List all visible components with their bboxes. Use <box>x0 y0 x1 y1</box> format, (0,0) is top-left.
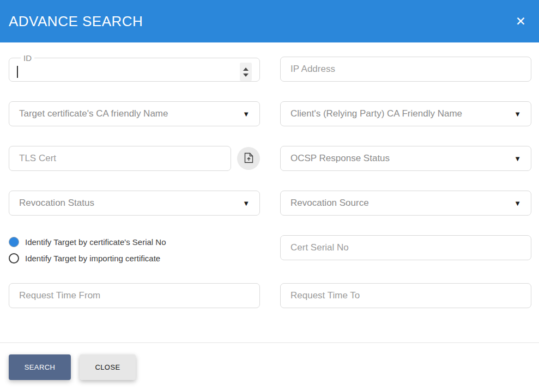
radio-selected-icon[interactable] <box>9 237 19 247</box>
tls-cert-input[interactable] <box>9 146 231 171</box>
id-field-label: ID <box>21 53 34 63</box>
spinner-down-icon[interactable] <box>243 74 249 77</box>
chevron-down-icon: ▼ <box>243 110 250 118</box>
client-ca-select-value: Client's (Relying Party) CA Friendly Nam… <box>290 108 462 119</box>
client-ca-select[interactable]: Client's (Relying Party) CA Friendly Nam… <box>280 101 531 126</box>
search-form: ID Target certificate's CA friendly Name… <box>0 42 539 308</box>
radio-unselected-icon[interactable] <box>9 253 19 264</box>
cert-serial-input[interactable] <box>280 235 531 260</box>
identify-target-radio-group: Identify Target by certificate's Serial … <box>9 235 260 264</box>
radio-label: Identify Target by importing certificate <box>25 254 160 263</box>
ip-address-input[interactable] <box>280 57 531 82</box>
spinner-up-icon[interactable] <box>243 68 249 71</box>
revocation-status-select-value: Revocation Status <box>19 198 94 209</box>
modal-header: ADVANCE SEARCH ✕ <box>0 0 539 42</box>
upload-certificate-button[interactable] <box>237 147 260 170</box>
tls-cert-row <box>9 146 260 171</box>
chevron-down-icon: ▼ <box>514 199 521 207</box>
file-upload-icon <box>244 152 253 165</box>
advance-search-modal: ADVANCE SEARCH ✕ ID Target certificate's… <box>0 0 539 392</box>
close-icon[interactable]: ✕ <box>512 13 529 30</box>
request-time-to-input[interactable] <box>280 283 531 308</box>
chevron-down-icon: ▼ <box>243 199 250 207</box>
revocation-status-select[interactable]: Revocation Status ▼ <box>9 191 260 216</box>
ocsp-status-select-value: OCSP Response Status <box>290 153 390 164</box>
radio-identify-by-serial[interactable]: Identify Target by certificate's Serial … <box>9 237 260 247</box>
modal-title: ADVANCE SEARCH <box>9 13 143 30</box>
revocation-source-select[interactable]: Revocation Source ▼ <box>280 191 531 216</box>
chevron-down-icon: ▼ <box>514 110 521 118</box>
target-ca-select-value: Target certificate's CA friendly Name <box>19 108 168 119</box>
request-time-from-input[interactable] <box>9 283 260 308</box>
chevron-down-icon: ▼ <box>514 155 521 163</box>
close-button[interactable]: CLOSE <box>80 354 136 380</box>
radio-identify-by-import[interactable]: Identify Target by importing certificate <box>9 253 260 264</box>
search-button[interactable]: SEARCH <box>9 354 71 380</box>
id-field[interactable]: ID <box>9 53 260 82</box>
target-ca-select[interactable]: Target certificate's CA friendly Name ▼ <box>9 101 260 126</box>
modal-footer: SEARCH CLOSE <box>0 342 539 380</box>
text-caret <box>17 66 18 78</box>
ocsp-status-select[interactable]: OCSP Response Status ▼ <box>280 146 531 171</box>
revocation-source-select-value: Revocation Source <box>290 198 369 209</box>
number-spinner[interactable] <box>240 63 252 81</box>
radio-label: Identify Target by certificate's Serial … <box>25 237 166 247</box>
